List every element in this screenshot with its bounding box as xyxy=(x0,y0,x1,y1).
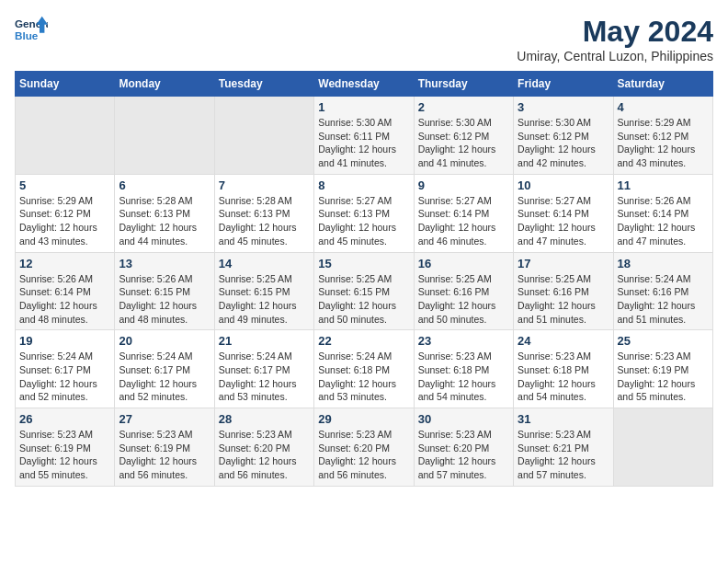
day-info: Sunrise: 5:26 AM Sunset: 6:14 PM Dayligh… xyxy=(618,194,709,248)
day-info: Sunrise: 5:25 AM Sunset: 6:16 PM Dayligh… xyxy=(418,272,509,327)
day-info: Sunrise: 5:26 AM Sunset: 6:15 PM Dayligh… xyxy=(119,272,210,327)
weekday-header-thursday: Thursday xyxy=(414,72,513,97)
day-number: 17 xyxy=(518,257,609,270)
calendar-cell: 22Sunrise: 5:24 AM Sunset: 6:18 PM Dayli… xyxy=(314,330,414,408)
calendar-cell: 25Sunrise: 5:23 AM Sunset: 6:19 PM Dayli… xyxy=(613,330,712,408)
calendar-cell: 1Sunrise: 5:30 AM Sunset: 6:11 PM Daylig… xyxy=(314,97,414,175)
week-row-1: 1Sunrise: 5:30 AM Sunset: 6:11 PM Daylig… xyxy=(16,97,713,175)
day-number: 10 xyxy=(518,178,609,192)
day-info: Sunrise: 5:24 AM Sunset: 6:17 PM Dayligh… xyxy=(19,350,110,404)
day-number: 9 xyxy=(418,178,509,192)
day-info: Sunrise: 5:23 AM Sunset: 6:20 PM Dayligh… xyxy=(219,428,310,482)
day-info: Sunrise: 5:30 AM Sunset: 6:12 PM Dayligh… xyxy=(518,116,609,170)
day-info: Sunrise: 5:28 AM Sunset: 6:13 PM Dayligh… xyxy=(219,194,310,248)
calendar-cell: 17Sunrise: 5:25 AM Sunset: 6:16 PM Dayli… xyxy=(514,252,613,330)
day-info: Sunrise: 5:23 AM Sunset: 6:18 PM Dayligh… xyxy=(518,350,609,404)
week-row-3: 12Sunrise: 5:26 AM Sunset: 6:14 PM Dayli… xyxy=(16,252,713,330)
day-number: 6 xyxy=(119,178,210,192)
day-number: 27 xyxy=(119,412,210,426)
calendar-cell: 20Sunrise: 5:24 AM Sunset: 6:17 PM Dayli… xyxy=(115,330,214,408)
day-number: 23 xyxy=(418,334,509,348)
weekday-header-row: SundayMondayTuesdayWednesdayThursdayFrid… xyxy=(16,72,713,97)
day-info: Sunrise: 5:24 AM Sunset: 6:17 PM Dayligh… xyxy=(119,350,210,404)
logo-icon: General Blue xyxy=(15,15,48,48)
day-info: Sunrise: 5:27 AM Sunset: 6:14 PM Dayligh… xyxy=(418,194,509,248)
day-number: 12 xyxy=(19,257,110,270)
week-row-2: 5Sunrise: 5:29 AM Sunset: 6:12 PM Daylig… xyxy=(16,174,713,252)
day-number: 4 xyxy=(618,100,709,114)
weekday-header-tuesday: Tuesday xyxy=(214,72,313,97)
day-info: Sunrise: 5:23 AM Sunset: 6:19 PM Dayligh… xyxy=(119,428,210,482)
calendar-cell: 7Sunrise: 5:28 AM Sunset: 6:13 PM Daylig… xyxy=(214,174,313,252)
day-number: 29 xyxy=(318,412,409,426)
calendar-cell: 29Sunrise: 5:23 AM Sunset: 6:20 PM Dayli… xyxy=(314,408,414,487)
calendar-cell: 28Sunrise: 5:23 AM Sunset: 6:20 PM Dayli… xyxy=(214,408,313,487)
svg-text:Blue: Blue xyxy=(15,29,39,41)
logo: General Blue xyxy=(15,15,48,48)
calendar-cell: 6Sunrise: 5:28 AM Sunset: 6:13 PM Daylig… xyxy=(115,174,214,252)
calendar-cell: 10Sunrise: 5:27 AM Sunset: 6:14 PM Dayli… xyxy=(514,174,613,252)
calendar-cell: 27Sunrise: 5:23 AM Sunset: 6:19 PM Dayli… xyxy=(115,408,214,487)
calendar-cell: 4Sunrise: 5:29 AM Sunset: 6:12 PM Daylig… xyxy=(613,97,712,175)
day-number: 22 xyxy=(318,334,409,348)
calendar-table: SundayMondayTuesdayWednesdayThursdayFrid… xyxy=(15,71,713,487)
day-number: 16 xyxy=(418,257,509,270)
calendar-cell: 8Sunrise: 5:27 AM Sunset: 6:13 PM Daylig… xyxy=(314,174,414,252)
day-info: Sunrise: 5:25 AM Sunset: 6:16 PM Dayligh… xyxy=(518,272,609,327)
calendar-cell: 3Sunrise: 5:30 AM Sunset: 6:12 PM Daylig… xyxy=(514,97,613,175)
calendar-cell: 19Sunrise: 5:24 AM Sunset: 6:17 PM Dayli… xyxy=(16,330,115,408)
day-number: 2 xyxy=(418,100,509,114)
day-info: Sunrise: 5:25 AM Sunset: 6:15 PM Dayligh… xyxy=(318,272,409,327)
weekday-header-wednesday: Wednesday xyxy=(314,72,414,97)
calendar-cell: 5Sunrise: 5:29 AM Sunset: 6:12 PM Daylig… xyxy=(16,174,115,252)
calendar-cell: 21Sunrise: 5:24 AM Sunset: 6:17 PM Dayli… xyxy=(214,330,313,408)
day-number: 8 xyxy=(318,178,409,192)
day-info: Sunrise: 5:23 AM Sunset: 6:19 PM Dayligh… xyxy=(19,428,110,482)
calendar-cell xyxy=(16,97,115,175)
day-number: 31 xyxy=(518,412,609,426)
day-number: 7 xyxy=(219,178,310,192)
calendar-cell xyxy=(214,97,313,175)
weekday-header-saturday: Saturday xyxy=(613,72,712,97)
weekday-header-monday: Monday xyxy=(115,72,214,97)
calendar-cell: 9Sunrise: 5:27 AM Sunset: 6:14 PM Daylig… xyxy=(414,174,513,252)
day-info: Sunrise: 5:27 AM Sunset: 6:14 PM Dayligh… xyxy=(518,194,609,248)
day-number: 1 xyxy=(318,100,409,114)
day-info: Sunrise: 5:25 AM Sunset: 6:15 PM Dayligh… xyxy=(219,272,310,327)
day-number: 21 xyxy=(219,334,310,348)
calendar-cell: 11Sunrise: 5:26 AM Sunset: 6:14 PM Dayli… xyxy=(613,174,712,252)
day-number: 28 xyxy=(219,412,310,426)
day-number: 24 xyxy=(518,334,609,348)
day-info: Sunrise: 5:30 AM Sunset: 6:12 PM Dayligh… xyxy=(418,116,509,170)
day-number: 5 xyxy=(19,178,110,192)
day-number: 11 xyxy=(618,178,709,192)
calendar-cell: 26Sunrise: 5:23 AM Sunset: 6:19 PM Dayli… xyxy=(16,408,115,487)
day-info: Sunrise: 5:23 AM Sunset: 6:18 PM Dayligh… xyxy=(418,350,509,404)
calendar-cell: 30Sunrise: 5:23 AM Sunset: 6:20 PM Dayli… xyxy=(414,408,513,487)
day-info: Sunrise: 5:23 AM Sunset: 6:20 PM Dayligh… xyxy=(418,428,509,482)
day-info: Sunrise: 5:23 AM Sunset: 6:19 PM Dayligh… xyxy=(618,350,709,404)
week-row-5: 26Sunrise: 5:23 AM Sunset: 6:19 PM Dayli… xyxy=(16,408,713,487)
weekday-header-friday: Friday xyxy=(514,72,613,97)
day-info: Sunrise: 5:23 AM Sunset: 6:20 PM Dayligh… xyxy=(318,428,409,482)
calendar-cell: 23Sunrise: 5:23 AM Sunset: 6:18 PM Dayli… xyxy=(414,330,513,408)
day-number: 14 xyxy=(219,257,310,270)
day-info: Sunrise: 5:28 AM Sunset: 6:13 PM Dayligh… xyxy=(119,194,210,248)
calendar-cell: 18Sunrise: 5:24 AM Sunset: 6:16 PM Dayli… xyxy=(613,252,712,330)
day-number: 30 xyxy=(418,412,509,426)
day-info: Sunrise: 5:26 AM Sunset: 6:14 PM Dayligh… xyxy=(19,272,110,327)
day-info: Sunrise: 5:29 AM Sunset: 6:12 PM Dayligh… xyxy=(618,116,709,170)
calendar-cell: 14Sunrise: 5:25 AM Sunset: 6:15 PM Dayli… xyxy=(214,252,313,330)
calendar-cell: 24Sunrise: 5:23 AM Sunset: 6:18 PM Dayli… xyxy=(514,330,613,408)
calendar-cell: 16Sunrise: 5:25 AM Sunset: 6:16 PM Dayli… xyxy=(414,252,513,330)
day-number: 26 xyxy=(19,412,110,426)
calendar-cell xyxy=(115,97,214,175)
day-info: Sunrise: 5:24 AM Sunset: 6:16 PM Dayligh… xyxy=(618,272,709,327)
title-area: May 2024 Umiray, Central Luzon, Philippi… xyxy=(517,15,713,63)
day-info: Sunrise: 5:24 AM Sunset: 6:17 PM Dayligh… xyxy=(219,350,310,404)
subtitle: Umiray, Central Luzon, Philippines xyxy=(517,49,713,63)
day-number: 18 xyxy=(618,257,709,270)
week-row-4: 19Sunrise: 5:24 AM Sunset: 6:17 PM Dayli… xyxy=(16,330,713,408)
calendar-cell: 13Sunrise: 5:26 AM Sunset: 6:15 PM Dayli… xyxy=(115,252,214,330)
day-number: 13 xyxy=(119,257,210,270)
